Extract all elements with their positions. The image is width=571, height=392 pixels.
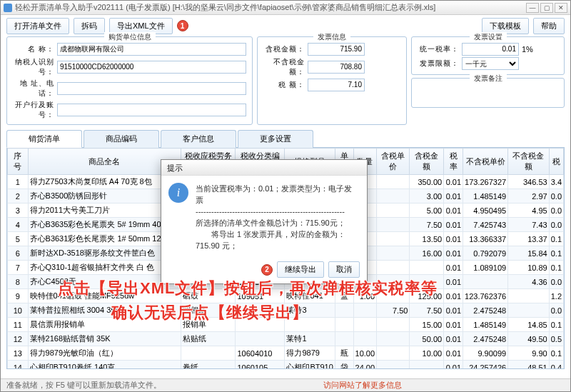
panel-title: 发票设置 [470, 32, 507, 42]
callout-marker-1: 1 [177, 20, 188, 31]
rate-input[interactable]: 0.01 [462, 43, 519, 56]
info-icon: i [168, 183, 188, 203]
maximize-button[interactable]: ▢ [540, 3, 553, 13]
settings-panel: 发票设置 统一税率：0.011% 发票限额：一千元 [411, 36, 565, 75]
dialog-title: 提示 [161, 160, 367, 176]
dialog-text: 当前设置税率为：0.01；发票类型为：电子发票 ----------------… [196, 183, 360, 251]
tab-more[interactable]: 更多设置 [238, 130, 313, 148]
status-bar: 准备就绪，按 F5 键可以重新加载清单文件。 访问网站了解更多信息 [1, 378, 570, 391]
tax-input[interactable]: 7.10 [308, 79, 365, 91]
col-header[interactable]: 序 号 [8, 149, 29, 175]
col-header[interactable]: 不含税单价 [463, 149, 508, 175]
tab-customer[interactable]: 客户信息 [161, 130, 236, 148]
limit-select[interactable]: 一千元 [462, 57, 519, 70]
note-panel: 发票备注 [411, 78, 565, 108]
close-button[interactable]: ✕ [555, 3, 567, 13]
window-title: 轻松开票清单导入助手v202111 (电子发票版) [H:\我的坚果云\同步文件… [15, 2, 435, 13]
amount-excl-input[interactable]: 708.80 [308, 61, 365, 74]
col-header[interactable]: 含税金额 [410, 149, 444, 175]
table-row[interactable]: 14心相印BT910卷纸 140克卷纸1060105心相印BT910袋24.00… [8, 361, 564, 370]
buyer-taxid-input[interactable]: 91510000CD62000000 [57, 61, 246, 74]
table-row[interactable]: 12莱特2168贴纸普销 35K粘贴纸莱特150.000.012.4752484… [8, 332, 564, 346]
buyer-panel: 购货单位信息 名 称：成都物联网有限公司 纳税人识别号：91510000CD62… [6, 36, 253, 125]
buyer-name-input[interactable]: 成都物联网有限公司 [57, 43, 246, 56]
minimize-button[interactable]: — [526, 3, 539, 13]
annotation-text-2: 确认无误后点【继续导出】 [111, 302, 308, 323]
help-button[interactable]: 帮助 [533, 18, 565, 34]
col-header[interactable]: 商品全名 [28, 149, 181, 175]
panel-title: 购货单位信息 [104, 32, 156, 42]
confirm-dialog: 提示 i 当前设置税率为：0.01；发票类型为：电子发票 -----------… [161, 159, 368, 284]
panel-title: 发票备注 [470, 74, 507, 84]
col-header[interactable]: 含税单价 [377, 149, 410, 175]
col-header[interactable]: 税 [549, 149, 563, 175]
buyer-addr-input[interactable] [57, 82, 246, 95]
table-row[interactable]: 13得力9879光敏印油（红）10604010得力9879瓶10.0010.00… [8, 346, 564, 361]
callout-marker-2: 2 [261, 264, 273, 276]
decode-button[interactable]: 拆码 [74, 18, 105, 34]
annotation-text-1: 点击【导出XML文件】按钮后，再次弹框核实税率等 [58, 278, 438, 299]
continue-export-button[interactable]: 继续导出 [277, 261, 324, 278]
col-header[interactable]: 不含税金额 [508, 149, 549, 175]
tabs: 销货清单 商品编码 客户信息 更多设置 [6, 129, 565, 148]
open-file-button[interactable]: 打开清单文件 [6, 18, 69, 34]
app-icon [4, 4, 12, 12]
buyer-bank-input[interactable] [57, 104, 246, 116]
invoice-panel: 发票信息 含税金额：715.90 不含税金额：708.80 税 额：7.10 [257, 36, 407, 125]
title-bar: 轻松开票清单导入助手v202111 (电子发票版) [H:\我的坚果云\同步文件… [1, 1, 570, 15]
panel-title: 发票信息 [313, 32, 350, 42]
col-header[interactable]: 税率 [444, 149, 463, 175]
website-link[interactable]: 访问网站了解更多信息 [323, 380, 402, 391]
tab-sales-list[interactable]: 销货清单 [6, 130, 82, 148]
status-text: 准备就绪，按 F5 键可以重新加载清单文件。 [6, 380, 161, 391]
tab-product-code[interactable]: 商品编码 [84, 130, 159, 148]
note-input[interactable] [418, 83, 558, 104]
cancel-button[interactable]: 取消 [328, 261, 360, 278]
amount-incl-input[interactable]: 715.90 [308, 43, 365, 56]
